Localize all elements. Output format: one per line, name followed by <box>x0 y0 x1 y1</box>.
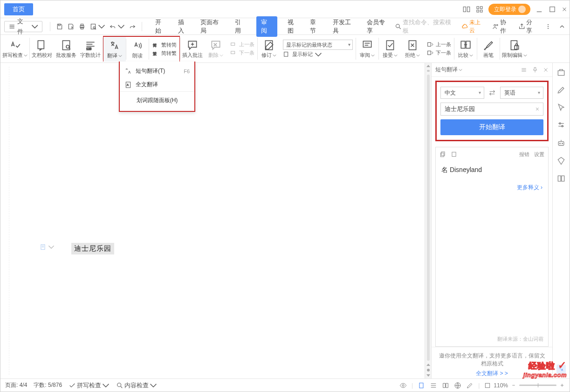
clear-icon[interactable]: × <box>536 105 539 113</box>
web-view-icon[interactable] <box>454 382 461 389</box>
zoom-control[interactable]: 110% － ＋ <box>484 381 565 389</box>
dd-full[interactable]: A 全文翻译 <box>120 78 194 91</box>
translate-side-icon[interactable] <box>556 364 566 374</box>
close-icon[interactable] <box>543 67 549 73</box>
print-button[interactable] <box>78 23 86 30</box>
minimize-icon[interactable] <box>535 5 543 14</box>
report-link[interactable]: 报错 <box>519 151 529 158</box>
tab-insert[interactable]: 插入 <box>177 16 191 37</box>
fit-icon[interactable] <box>484 382 491 389</box>
full-translate-link[interactable]: 全文翻译 > > <box>432 370 552 378</box>
cursor-icon[interactable] <box>556 103 566 112</box>
save-button[interactable] <box>56 23 63 30</box>
settings-link[interactable]: 设置 <box>534 151 544 158</box>
toolbox-icon[interactable] <box>556 68 566 77</box>
tab-layout[interactable]: 页面布局 <box>199 16 224 37</box>
page-view-icon[interactable] <box>418 382 425 389</box>
insert-comment-button[interactable]: 插入批注 <box>180 36 205 62</box>
tc2sc-button[interactable]: 简繁转简 <box>152 41 177 49</box>
chevron-down-icon[interactable] <box>459 68 462 72</box>
collab-button[interactable]: 协作 <box>492 18 512 35</box>
prev-change-button[interactable]: 上一条 <box>426 41 451 48</box>
track-changes-button[interactable]: 修订 <box>258 36 280 62</box>
approve-button[interactable]: 批改服务 <box>54 36 78 62</box>
maximize-icon[interactable] <box>548 5 556 14</box>
preview-button[interactable] <box>89 23 105 30</box>
redo-button[interactable] <box>129 23 136 30</box>
content-check-button[interactable]: 内容检查 <box>116 381 157 390</box>
prev-comment-button[interactable]: 上一条 <box>230 41 254 48</box>
cloud-status[interactable]: 未上云 <box>461 19 486 34</box>
pin-icon[interactable] <box>532 67 538 73</box>
readaloud-button[interactable]: 朗读 <box>126 37 149 62</box>
share-button[interactable]: 分享 <box>518 18 538 35</box>
spellcheck-button[interactable]: 拼写检查 <box>0 36 29 62</box>
dd-phrase[interactable]: 短句翻译(T)F6 <box>120 64 194 78</box>
tab-chapter[interactable]: 章节 <box>309 16 323 37</box>
reject-button[interactable]: 拒绝 <box>401 36 424 62</box>
copy2-icon[interactable] <box>451 151 457 158</box>
more-defs-link[interactable]: 更多释义 › <box>436 184 548 192</box>
outline-view-icon[interactable] <box>430 382 437 389</box>
tab-start[interactable]: 开始 <box>154 16 168 37</box>
delete-comment-button[interactable]: 删除 <box>205 36 227 62</box>
review-button[interactable]: 审阅 <box>356 36 378 62</box>
nav-down-icon[interactable] <box>426 374 430 377</box>
translate-input[interactable]: 迪士尼乐园 × <box>440 103 543 116</box>
list-icon[interactable] <box>521 67 527 73</box>
diamond-icon[interactable] <box>556 156 566 165</box>
apps-icon[interactable] <box>475 5 484 14</box>
translate-button[interactable]: 翻译 <box>103 37 126 62</box>
spellcheck-status-button[interactable]: 拼写检查 <box>69 381 110 390</box>
nav-dot[interactable] <box>427 70 430 72</box>
pen-icon[interactable] <box>556 85 566 95</box>
tab-member[interactable]: 会员专享 <box>366 16 391 37</box>
reading-view-icon[interactable] <box>442 382 449 389</box>
tab-review[interactable]: 审阅 <box>256 16 277 37</box>
zoom-in-button[interactable]: ＋ <box>559 381 565 389</box>
file-menu-button[interactable]: 文件 <box>4 21 42 32</box>
robot-icon[interactable] <box>556 138 566 148</box>
book-icon[interactable] <box>556 174 566 183</box>
scroll-up-icon[interactable] <box>426 65 430 67</box>
kebab-icon[interactable] <box>544 23 552 30</box>
source-lang-select[interactable]: 中文 <box>440 87 484 99</box>
word-count[interactable]: 字数: 5/876 <box>34 381 62 389</box>
edit-view-icon[interactable] <box>466 382 474 389</box>
nav-dot-icon[interactable] <box>427 369 430 371</box>
wordcount-button[interactable]: 123 字数统计 <box>78 36 103 62</box>
compare-button[interactable]: 文档校对 <box>30 36 54 62</box>
page-status[interactable]: 页面: 4/4 <box>5 381 27 389</box>
selected-text[interactable]: 迪士尼乐园 <box>71 243 114 254</box>
section-marker[interactable] <box>40 244 55 250</box>
accept-button[interactable]: 接受 <box>379 36 401 62</box>
scroll-thumb[interactable] <box>427 75 430 361</box>
tab-references[interactable]: 引用 <box>234 16 247 37</box>
search-button[interactable]: 查找命令、搜索模板 <box>395 18 455 35</box>
nav-up-icon[interactable] <box>426 364 430 366</box>
tab-view[interactable]: 视图 <box>287 16 300 37</box>
home-tab[interactable]: 首页 <box>4 3 33 15</box>
swap-lang-button[interactable] <box>487 88 497 98</box>
zoom-out-button[interactable]: － <box>511 381 516 389</box>
saveas-button[interactable] <box>67 23 75 30</box>
close-icon[interactable] <box>561 6 568 13</box>
brush-button[interactable]: 画笔 <box>477 36 500 62</box>
next-change-button[interactable]: 下一条 <box>426 49 451 57</box>
undo-button[interactable] <box>109 23 125 30</box>
zoom-slider[interactable] <box>519 385 556 386</box>
tab-dev[interactable]: 开发工具 <box>332 16 357 37</box>
login-button[interactable]: 立即登录 <box>488 4 530 15</box>
vertical-scrollbar[interactable] <box>425 63 432 378</box>
compare2-button[interactable]: 比较 <box>454 36 477 62</box>
grid-mode-icon[interactable] <box>462 5 471 14</box>
start-translate-button[interactable]: 开始翻译 <box>440 119 543 135</box>
eye-icon[interactable] <box>399 382 407 389</box>
markup-mode-select[interactable]: 显示标记的最终状态 <box>283 40 353 50</box>
next-comment-button[interactable]: 下一条 <box>230 49 254 57</box>
target-lang-select[interactable]: 英语 <box>500 87 544 99</box>
restrict-button[interactable]: 限制编辑 <box>500 36 529 62</box>
document-area[interactable]: 迪士尼乐园 <box>0 63 425 378</box>
dd-panel[interactable]: 划词跟随面板(H) <box>120 91 194 108</box>
settings-icon[interactable] <box>556 121 566 130</box>
